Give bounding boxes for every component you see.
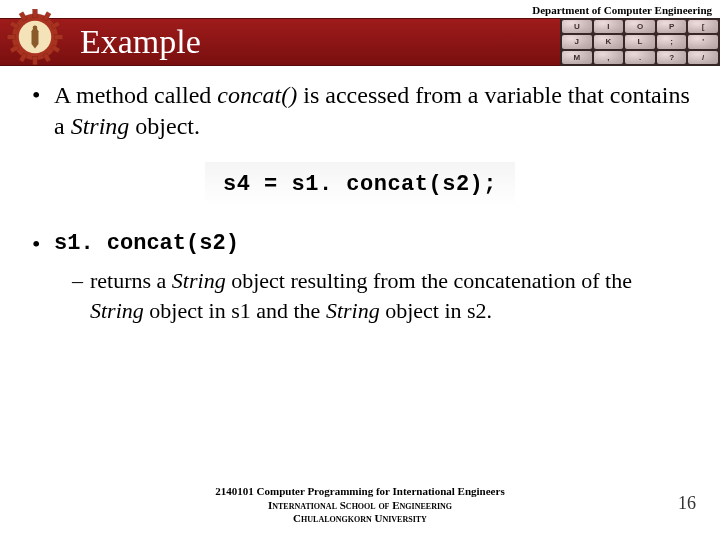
text-fragment: object. — [129, 113, 200, 139]
keyboard-key: / — [688, 51, 718, 64]
page-number: 16 — [678, 493, 696, 514]
svg-rect-4 — [55, 35, 63, 40]
keyboard-key: O — [625, 20, 655, 33]
svg-rect-3 — [7, 35, 15, 40]
slide-content: A method called concat() is accessed fro… — [30, 80, 690, 326]
code-example: s4 = s1. concat(s2); — [205, 162, 515, 207]
footer-course: 2140101 Computer Programming for Interna… — [0, 485, 720, 499]
keyboard-key: L — [625, 35, 655, 48]
slide-title: Example — [80, 23, 201, 61]
text-fragment: object in s2. — [380, 298, 492, 323]
svg-rect-2 — [33, 57, 38, 65]
bullet-code: s1. concat(s2) — [30, 231, 690, 256]
keyboard-key: ? — [657, 51, 687, 64]
keyboard-key: U — [562, 20, 592, 33]
sub-bullet-explanation: returns a String object resulting from t… — [30, 266, 690, 325]
footer-university: Chulalongkorn University — [0, 512, 720, 526]
keyboard-key: M — [562, 51, 592, 64]
svg-rect-1 — [33, 9, 38, 17]
university-gear-logo — [6, 8, 64, 66]
svg-point-14 — [33, 25, 38, 30]
keyboard-key: [ — [688, 20, 718, 33]
keyboard-key: ; — [657, 35, 687, 48]
keyboard-key: J — [562, 35, 592, 48]
method-name: concat() — [217, 82, 297, 108]
department-label: Department of Computer Engineering — [532, 4, 712, 16]
keyboard-key: . — [625, 51, 655, 64]
bullet-main: A method called concat() is accessed fro… — [30, 80, 690, 142]
object-type: String — [71, 113, 130, 139]
keyboard-decoration: U I O P [ J K L ; ' M , . ? / — [560, 18, 720, 66]
footer-school: International School of Engineering — [0, 499, 720, 513]
keyboard-key: K — [594, 35, 624, 48]
text-fragment: A method called — [54, 82, 217, 108]
keyboard-key: , — [594, 51, 624, 64]
keyboard-key: P — [657, 20, 687, 33]
object-type: String — [90, 298, 144, 323]
text-fragment: returns a — [90, 268, 172, 293]
text-fragment: object in s1 and the — [144, 298, 326, 323]
keyboard-key: I — [594, 20, 624, 33]
object-type: String — [172, 268, 226, 293]
keyboard-key: ' — [688, 35, 718, 48]
object-type: String — [326, 298, 380, 323]
text-fragment: object resulting from the concatenation … — [226, 268, 632, 293]
slide-footer: 2140101 Computer Programming for Interna… — [0, 485, 720, 526]
